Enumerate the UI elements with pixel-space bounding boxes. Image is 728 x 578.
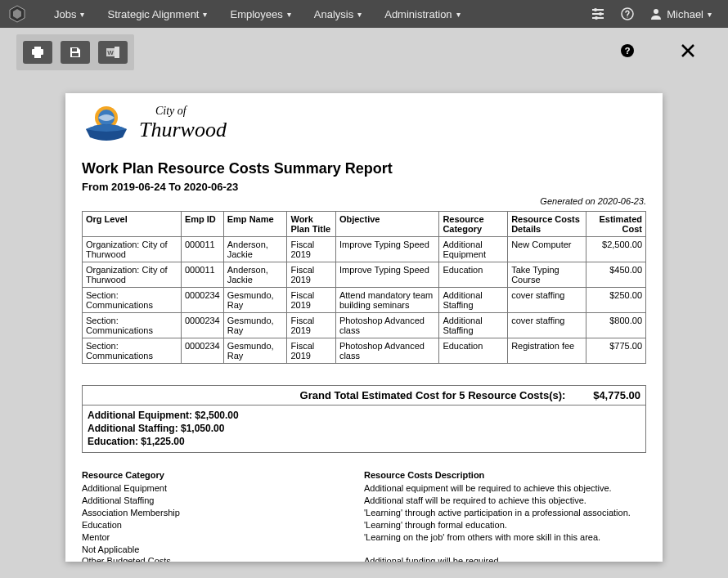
chevron-down-icon: ▾ bbox=[708, 10, 712, 19]
col-objective: Objective bbox=[335, 212, 438, 237]
cell: $2,500.00 bbox=[586, 237, 645, 262]
legend-category: Not Applicable bbox=[82, 544, 364, 556]
print-icon bbox=[31, 47, 44, 58]
print-button[interactable] bbox=[23, 41, 52, 64]
legend-category: Association Membership bbox=[82, 507, 364, 519]
save-icon bbox=[70, 47, 81, 58]
legend-description: Additional funding will be required. bbox=[364, 555, 646, 562]
subtotal-line: Additional Equipment: $2,500.00 bbox=[88, 409, 640, 422]
svg-point-10 bbox=[654, 9, 658, 14]
svg-point-5 bbox=[594, 8, 597, 11]
legend-description: Additional equipment will be required to… bbox=[364, 482, 646, 495]
cell: $450.00 bbox=[586, 262, 645, 288]
cell: Fiscal 2019 bbox=[287, 338, 335, 364]
cell: Gesmundo, Ray bbox=[223, 313, 287, 338]
legend-category: Other Budgeted Costs bbox=[82, 555, 364, 562]
grand-total-amount: $4,775.00 bbox=[575, 389, 640, 401]
category-subtotals: Additional Equipment: $2,500.00Additiona… bbox=[83, 405, 645, 452]
cell: 0000234 bbox=[181, 338, 223, 364]
nav-strategic-alignment[interactable]: Strategic Alignment▾ bbox=[96, 0, 218, 28]
table-header-row: Org Level Emp ID Emp Name Work Plan Titl… bbox=[83, 212, 646, 237]
svg-rect-15 bbox=[72, 48, 77, 52]
close-button[interactable] bbox=[664, 42, 712, 63]
report-date-range: From 2019-06-24 To 2020-06-23 bbox=[82, 181, 646, 193]
cell: Section: Communications bbox=[83, 338, 182, 364]
report-header-logo: City of Thurwood bbox=[82, 103, 646, 144]
cell: Organization: City of Thurwood bbox=[83, 237, 182, 262]
cell: 000011 bbox=[181, 237, 223, 262]
svg-rect-16 bbox=[72, 53, 79, 56]
cell: Improve Typing Speed bbox=[335, 237, 438, 262]
legend-category: Additional Staffing bbox=[82, 495, 364, 507]
svg-point-9 bbox=[627, 16, 628, 17]
cell: Additional Equipment bbox=[439, 237, 508, 262]
col-resource-details: Resource Costs Details bbox=[508, 212, 586, 237]
subtotal-line: Additional Staffing: $1,050.00 bbox=[88, 422, 640, 435]
legend-description bbox=[364, 544, 646, 556]
generated-timestamp: Generated on 2020-06-23. bbox=[82, 196, 646, 206]
help-icon[interactable] bbox=[613, 7, 642, 20]
nav-analysis[interactable]: Analysis▾ bbox=[303, 0, 373, 28]
resource-costs-table: Org Level Emp ID Emp Name Work Plan Titl… bbox=[82, 211, 646, 364]
nav-employees[interactable]: Employees▾ bbox=[218, 0, 302, 28]
cell: Fiscal 2019 bbox=[287, 237, 335, 262]
svg-rect-19 bbox=[115, 47, 119, 58]
svg-rect-11 bbox=[34, 47, 41, 49]
legend-description: Additional staff will be required to ach… bbox=[364, 495, 646, 507]
cell: Registration fee bbox=[508, 338, 586, 364]
svg-text:?: ? bbox=[625, 46, 631, 56]
dialog-help-button[interactable]: ? bbox=[620, 43, 635, 61]
legend-description: 'Learning' through active participation … bbox=[364, 507, 646, 519]
cell: Additional Staffing bbox=[439, 313, 508, 338]
cell: 0000234 bbox=[181, 288, 223, 313]
settings-icon[interactable] bbox=[583, 7, 613, 20]
report-scroll-area[interactable]: City of Thurwood Work Plan Resource Cost… bbox=[65, 93, 663, 562]
cell: cover staffing bbox=[508, 313, 586, 338]
nav-jobs[interactable]: Jobs▾ bbox=[43, 0, 96, 28]
table-row: Organization: City of Thurwood000011Ande… bbox=[83, 237, 646, 262]
svg-rect-14 bbox=[34, 53, 41, 57]
chevron-down-icon: ▾ bbox=[203, 10, 207, 19]
cell: Take Typing Course bbox=[508, 262, 586, 288]
chevron-down-icon: ▾ bbox=[80, 10, 84, 19]
app-logo bbox=[8, 5, 26, 23]
legend-category-header: Resource Category bbox=[82, 469, 364, 482]
col-work-plan: Work Plan Title bbox=[287, 212, 335, 237]
cell: Attend mandatory team building seminars bbox=[335, 288, 438, 313]
export-word-button[interactable]: W bbox=[98, 41, 128, 64]
report-title: Work Plan Resource Costs Summary Report bbox=[82, 160, 646, 177]
cell: Gesmundo, Ray bbox=[223, 338, 287, 364]
svg-text:W: W bbox=[107, 49, 114, 56]
subtotal-line: Education: $1,225.00 bbox=[88, 435, 640, 448]
table-row: Section: Communications0000234Gesmundo, … bbox=[83, 288, 646, 313]
nav-user-menu[interactable]: Michael▾ bbox=[642, 8, 720, 20]
cell: 0000234 bbox=[181, 313, 223, 338]
grand-total-label: Grand Total Estimated Cost for 5 Resourc… bbox=[300, 389, 566, 401]
legend-description: 'Learning on the job' from others with m… bbox=[364, 531, 646, 544]
cell: 000011 bbox=[181, 262, 223, 288]
table-row: Organization: City of Thurwood000011Ande… bbox=[83, 262, 646, 288]
cell: $800.00 bbox=[586, 313, 645, 338]
word-icon: W bbox=[106, 47, 119, 58]
org-name: City of Thurwood bbox=[139, 105, 227, 142]
nav-administration[interactable]: Administration▾ bbox=[373, 0, 471, 28]
help-icon: ? bbox=[620, 43, 635, 58]
chevron-down-icon: ▾ bbox=[287, 10, 291, 19]
col-emp-id: Emp ID bbox=[181, 212, 223, 237]
cell: $775.00 bbox=[586, 338, 645, 364]
table-row: Section: Communications0000234Gesmundo, … bbox=[83, 338, 646, 364]
svg-point-6 bbox=[599, 12, 602, 16]
cell: Fiscal 2019 bbox=[287, 288, 335, 313]
cell: Photoshop Advanced class bbox=[335, 338, 438, 364]
chevron-down-icon: ▾ bbox=[357, 10, 362, 19]
legend-description-header: Resource Costs Description bbox=[364, 469, 646, 482]
legend-category: Additional Equipment bbox=[82, 482, 364, 495]
report-toolbar: W ? bbox=[0, 28, 728, 70]
save-button[interactable] bbox=[61, 41, 90, 64]
cell: Anderson, Jackie bbox=[223, 237, 287, 262]
user-icon bbox=[650, 8, 662, 20]
table-row: Section: Communications0000234Gesmundo, … bbox=[83, 313, 646, 338]
cell: Education bbox=[439, 338, 508, 364]
legend: Resource Category Additional EquipmentAd… bbox=[82, 469, 646, 562]
cell: New Computer bbox=[508, 237, 586, 262]
